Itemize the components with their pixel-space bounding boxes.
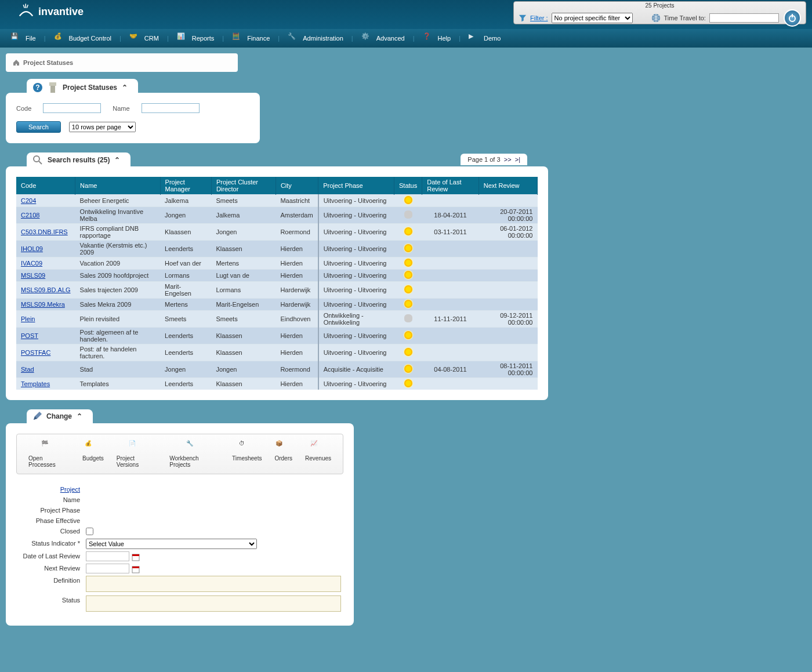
calendar-icon[interactable]	[132, 553, 140, 561]
cell	[394, 328, 422, 344]
toolbar-orders[interactable]: 📦Orders	[274, 440, 292, 468]
toolbar-label: Orders	[274, 455, 292, 462]
code-link[interactable]: Stad	[21, 366, 34, 373]
cell	[478, 344, 537, 361]
menu-budget-control[interactable]: 💰Budget Control	[48, 30, 117, 46]
code-link[interactable]: C204	[21, 197, 36, 204]
code-link[interactable]: C2108	[21, 212, 39, 219]
cell: Marit-Engelsen	[211, 299, 276, 311]
next-review-input[interactable]	[86, 564, 129, 573]
code-link[interactable]: IHOL09	[21, 245, 43, 252]
code-link[interactable]: MSLS09.Mekra	[21, 301, 65, 308]
cell	[394, 241, 422, 257]
cell	[422, 195, 479, 207]
cell: Uitvoering - Uitvoering	[318, 207, 394, 224]
code-link[interactable]: Templates	[21, 380, 50, 387]
cell: Uitvoering - Uitvoering	[318, 344, 394, 361]
svg-rect-8	[50, 85, 55, 93]
closed-checkbox[interactable]	[86, 528, 93, 535]
column-header[interactable]: Date of Last Review	[422, 177, 479, 195]
toolbar-workbench-projects[interactable]: 🔧Workbench Projects	[169, 440, 219, 468]
cell: Uitvoering - Uitvoering	[318, 224, 394, 241]
last-review-input[interactable]	[86, 551, 129, 561]
toolbar-budgets[interactable]: 💰Budgets	[82, 440, 104, 468]
cell: Marit-Engelsen	[160, 282, 211, 299]
menu-label: Finance	[247, 35, 270, 42]
filter-link[interactable]: Filter :	[530, 14, 548, 21]
cell: Plein	[16, 311, 75, 328]
column-header[interactable]: Project Cluster Director	[211, 177, 276, 195]
breadcrumb: Project Statuses	[6, 53, 238, 72]
column-header[interactable]: Code	[16, 177, 75, 195]
sun-icon	[404, 196, 412, 204]
help-icon[interactable]: ?	[32, 82, 43, 93]
toolbar-label: Workbench Projects	[169, 455, 219, 468]
toolbar-timesheets[interactable]: ⏱Timesheets	[232, 440, 262, 468]
filter-select[interactable]: No project specific filter	[552, 13, 633, 23]
status-indicator-select[interactable]: Select Value	[86, 539, 257, 549]
cell: Uitvoering - Uitvoering	[318, 241, 394, 257]
field-project-label[interactable]: Project	[16, 485, 86, 493]
cell: Hierden	[276, 241, 318, 257]
collapse-toggle[interactable]: ⌃	[77, 412, 82, 420]
collapse-toggle[interactable]: ⌃	[114, 156, 120, 164]
cell: Sales Mekra 2009	[75, 299, 160, 311]
calendar-icon[interactable]	[132, 565, 140, 573]
main-menu: 💾File|💰Budget Control|🤝CRM|📊Reports|🧮Fin…	[0, 29, 812, 48]
cell: Plein revisited	[75, 311, 160, 328]
menu-file[interactable]: 💾File	[5, 30, 42, 46]
code-link[interactable]: MSLS09	[21, 272, 45, 279]
table-row: TemplatesTemplatesLeendertsKlaassenHierd…	[16, 378, 538, 390]
menu-advanced[interactable]: ⚙️Advanced	[356, 30, 411, 46]
pager-next[interactable]: >>	[504, 156, 512, 163]
pager-last[interactable]: >|	[515, 156, 520, 163]
status-textarea[interactable]	[86, 595, 341, 612]
toolbar-revenues[interactable]: 📈Revenues	[305, 440, 331, 468]
sun-icon	[404, 271, 412, 279]
cell: 03-11-2011	[422, 224, 479, 241]
menu-demo[interactable]: ▶Demo	[463, 30, 506, 46]
column-header[interactable]: Status	[394, 177, 422, 195]
cell: Lormans	[160, 270, 211, 282]
column-header[interactable]: City	[276, 177, 318, 195]
menu-administration[interactable]: 🔧Administration	[282, 30, 349, 46]
code-input[interactable]	[43, 103, 101, 113]
power-button[interactable]	[784, 9, 801, 27]
menu-crm[interactable]: 🤝CRM	[124, 30, 165, 46]
menu-icon: ❓	[423, 32, 434, 44]
collapse-toggle[interactable]: ⌃	[122, 83, 128, 92]
menu-help[interactable]: ❓Help	[417, 30, 457, 46]
search-button[interactable]: Search	[16, 121, 61, 133]
column-header[interactable]: Project Manager	[160, 177, 211, 195]
menu-finance[interactable]: 🧮Finance	[226, 30, 276, 46]
rows-per-page-select[interactable]: 10 rows per page	[69, 122, 136, 132]
code-link[interactable]: POST	[21, 332, 38, 339]
name-input[interactable]	[142, 103, 200, 113]
cell: 18-04-2011	[422, 207, 479, 224]
table-header-row: CodeNameProject ManagerProject Cluster D…	[16, 177, 538, 195]
time-travel-input[interactable]	[709, 13, 779, 23]
column-header[interactable]: Name	[75, 177, 160, 195]
toolbar-open-processes[interactable]: 🏁Open Processes	[28, 440, 70, 468]
menu-icon: 💾	[10, 32, 22, 44]
cell: Maastricht	[276, 195, 318, 207]
code-link[interactable]: POSTFAC	[21, 349, 50, 356]
cell	[394, 207, 422, 224]
code-link[interactable]: Plein	[21, 315, 35, 322]
definition-textarea[interactable]	[86, 576, 341, 592]
column-header[interactable]: Next Review	[478, 177, 537, 195]
code-link[interactable]: IVAC09	[21, 260, 42, 267]
toolbar-project-versions[interactable]: 📄Project Versions	[117, 440, 157, 468]
results-title: Search results (25)	[48, 156, 110, 164]
magnifier-icon	[32, 155, 43, 165]
menu-reports[interactable]: 📊Reports	[171, 30, 220, 46]
code-link[interactable]: MSLS09.BD.ALG	[21, 286, 71, 293]
code-link[interactable]: C503.DNB.IFRS	[21, 228, 68, 235]
cell: Jongen	[160, 207, 211, 224]
cell: Stad	[75, 361, 160, 378]
column-header[interactable]: Project Phase	[318, 177, 394, 195]
field-next-review-label: Next Review	[16, 564, 86, 572]
header-toolbox: 25 Projects Filter : No project specific…	[513, 1, 806, 24]
svg-rect-2	[23, 5, 25, 8]
cell: MSLS09.Mekra	[16, 299, 75, 311]
